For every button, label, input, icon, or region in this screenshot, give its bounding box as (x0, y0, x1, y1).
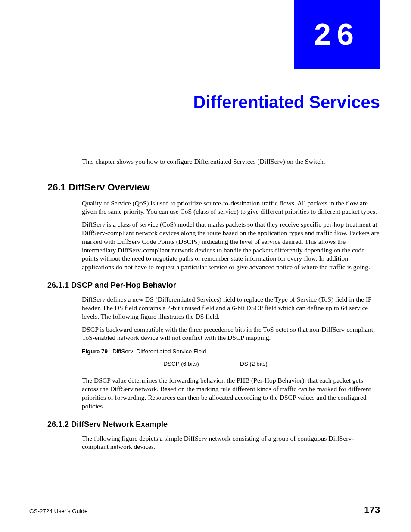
section-26-1-2-heading: 26.1.2 DiffServ Network Example (47, 420, 380, 429)
section-26-1-1-heading: 26.1.1 DSCP and Per-Hop Behavior (47, 281, 380, 290)
page-content: This chapter shows you how to configure … (47, 151, 380, 455)
section-26-1-2-p1: The following figure depicts a simple Di… (82, 434, 380, 451)
section-26-1-1-p2: DSCP is backward compatible with the thr… (82, 325, 380, 342)
figure-79-diagram: DSCP (6 bits) DS (2 bits) (125, 358, 380, 369)
ds-field-row: DSCP (6 bits) DS (2 bits) (125, 358, 380, 369)
chapter-number: 26 (314, 17, 360, 52)
figure-79-caption-text: DiffServ: Differentiated Service Field (112, 348, 206, 355)
page-footer: GS-2724 User's Guide 173 (29, 504, 380, 516)
chapter-number-box: 26 (294, 0, 380, 69)
figure-79-caption: Figure 79 DiffServ: Differentiated Servi… (82, 348, 380, 355)
figure-79-label: Figure 79 (82, 348, 108, 355)
section-26-1-1-p1: DiffServ defines a new DS (Differentiate… (82, 295, 380, 320)
footer-guide-name: GS-2724 User's Guide (29, 508, 87, 514)
footer-page-number: 173 (364, 504, 380, 516)
chapter-intro: This chapter shows you how to configure … (82, 158, 380, 165)
section-26-1-1-p3: The DSCP value determines the forwarding… (82, 376, 380, 410)
ds-cell: DS (2 bits) (237, 358, 284, 369)
section-26-1-p2: DiffServ is a class of service (CoS) mod… (82, 220, 380, 271)
dscp-cell: DSCP (6 bits) (125, 358, 237, 369)
chapter-title: Differentiated Services (193, 93, 380, 112)
section-26-1-p1: Quality of Service (QoS) is used to prio… (82, 199, 380, 216)
section-26-1-heading: 26.1 DiffServ Overview (47, 182, 380, 193)
